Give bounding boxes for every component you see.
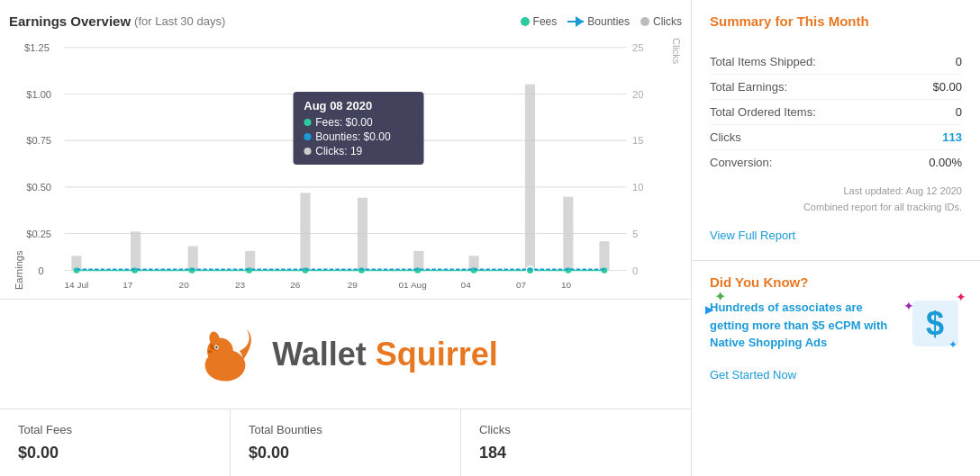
y-axis-right-label: Clicks xyxy=(667,38,682,290)
svg-point-58 xyxy=(208,350,213,353)
clicks-label: Clicks xyxy=(653,15,682,28)
svg-rect-25 xyxy=(358,198,368,271)
svg-point-57 xyxy=(215,346,217,347)
svg-text:10: 10 xyxy=(561,280,572,290)
svg-text:$0.25: $0.25 xyxy=(26,229,51,239)
svg-text:04: 04 xyxy=(461,280,472,290)
summary-key: Clicks xyxy=(710,130,741,144)
svg-rect-22 xyxy=(188,247,198,271)
chart-subtitle: (for Last 30 days) xyxy=(134,14,225,28)
last-updated-note: Last updated: Aug 12 2020 Combined repor… xyxy=(710,184,962,215)
svg-rect-30 xyxy=(599,241,609,270)
main-chart-svg: $1.25 $1.00 $0.75 $0.50 $0.25 0 25 20 15… xyxy=(24,38,667,290)
squirrel-logo: Wallet Squirrel xyxy=(193,319,498,391)
summary-row: Total Earnings: $0.00 xyxy=(710,75,962,100)
total-fees-value: $0.00 xyxy=(18,444,212,463)
dyk-icon-container: ✦ ✦ ✦ $ xyxy=(908,299,962,351)
summary-value: 113 xyxy=(942,130,962,144)
svg-text:0: 0 xyxy=(632,265,638,276)
svg-text:$0.50: $0.50 xyxy=(26,182,51,193)
svg-point-35 xyxy=(303,267,309,273)
fees-label: Fees xyxy=(533,15,558,28)
svg-text:10: 10 xyxy=(632,182,643,193)
star-blue2-icon: ✦ xyxy=(948,338,957,351)
fees-dot xyxy=(521,17,530,26)
squirrel-text-part: Squirrel xyxy=(376,336,498,373)
svg-text:17: 17 xyxy=(122,280,132,290)
svg-text:$1.25: $1.25 xyxy=(24,42,50,53)
dyk-title: Did You Know? xyxy=(710,274,962,290)
svg-rect-28 xyxy=(525,85,535,271)
dyk-text: Hundreds of associates are getting more … xyxy=(710,299,899,352)
clicks-stat-value: 184 xyxy=(479,444,673,463)
squirrel-icon xyxy=(193,319,265,391)
summary-value: 0.00% xyxy=(929,156,962,169)
svg-point-36 xyxy=(358,267,365,273)
view-full-report-link[interactable]: View Full Report xyxy=(710,229,962,242)
svg-rect-26 xyxy=(413,251,423,271)
branding-section: Wallet Squirrel xyxy=(0,300,691,409)
legend-clicks: Clicks xyxy=(640,15,682,28)
summary-title: Summary for This Month xyxy=(710,13,962,36)
svg-text:23: 23 xyxy=(235,280,246,290)
legend-fees: Fees xyxy=(521,15,558,28)
summary-card: Summary for This Month Total Items Shipp… xyxy=(692,0,980,261)
summary-key: Total Earnings: xyxy=(710,80,787,94)
svg-point-33 xyxy=(189,267,195,273)
legend-bounties: Bounties xyxy=(567,15,630,28)
summary-key: Total Items Shipped: xyxy=(710,55,816,68)
chart-inner: $1.25 $1.00 $0.75 $0.50 $0.25 0 25 20 15… xyxy=(24,38,667,290)
svg-text:26: 26 xyxy=(290,280,301,290)
svg-text:01 Aug: 01 Aug xyxy=(399,280,427,290)
svg-point-37 xyxy=(414,267,421,273)
summary-value: 0 xyxy=(956,55,962,68)
svg-point-34 xyxy=(246,267,252,273)
total-bounties-label: Total Bounties xyxy=(249,423,442,436)
wallet-text: Wallet xyxy=(272,336,367,373)
summary-row: Conversion: 0.00% xyxy=(710,150,962,175)
clicks-stat-label: Clicks xyxy=(479,423,673,436)
summary-key: Conversion: xyxy=(710,156,772,169)
dyk-text-area: ✦ ▶ Hundreds of associates are getting m… xyxy=(710,299,899,352)
summary-key: Total Ordered Items: xyxy=(710,105,816,119)
svg-point-32 xyxy=(132,267,138,273)
chart-legend: Fees Bounties Clicks xyxy=(521,15,682,28)
svg-point-41 xyxy=(602,267,608,273)
svg-point-39 xyxy=(526,266,534,274)
y-axis-left-label: Earnings xyxy=(9,38,24,290)
svg-text:25: 25 xyxy=(632,42,643,53)
bounties-label: Bounties xyxy=(587,15,630,28)
did-you-know-card: Did You Know? ✦ ▶ Hundreds of associates… xyxy=(692,261,980,476)
svg-rect-29 xyxy=(563,197,573,271)
svg-text:0: 0 xyxy=(39,265,44,276)
summary-row: Total Ordered Items: 0 xyxy=(710,100,962,125)
summary-value: $0.00 xyxy=(932,80,962,94)
chart-title: Earnings Overview xyxy=(9,13,131,29)
clicks-dot xyxy=(640,17,649,26)
bounties-line-icon xyxy=(567,16,584,27)
svg-marker-1 xyxy=(576,16,584,27)
arrow-blue-icon: ▶ xyxy=(705,303,713,316)
get-started-link[interactable]: Get Started Now xyxy=(710,368,962,382)
star-red-icon: ✦ xyxy=(956,290,966,304)
total-fees-label: Total Fees xyxy=(18,423,212,436)
svg-text:$0.75: $0.75 xyxy=(26,136,51,147)
svg-text:$: $ xyxy=(925,305,943,342)
dyk-content: ✦ ▶ Hundreds of associates are getting m… xyxy=(710,299,962,352)
clicks-block: Clicks 184 xyxy=(461,409,691,476)
svg-point-31 xyxy=(74,267,80,273)
total-bounties-block: Total Bounties $0.00 xyxy=(231,409,461,476)
summary-rows: Total Items Shipped: 0 Total Earnings: $… xyxy=(710,49,962,175)
summary-value: 0 xyxy=(956,105,962,119)
last-updated-text: Last updated: Aug 12 2020 xyxy=(710,184,962,200)
svg-text:07: 07 xyxy=(516,280,526,290)
svg-text:14 Jul: 14 Jul xyxy=(65,280,89,290)
star-green-icon: ✦ xyxy=(714,288,726,305)
svg-text:29: 29 xyxy=(348,280,358,290)
branding-text: Wallet Squirrel xyxy=(272,336,498,373)
svg-text:15: 15 xyxy=(632,136,643,147)
svg-point-38 xyxy=(471,267,477,273)
bottom-stats: Total Fees $0.00 Total Bounties $0.00 Cl… xyxy=(0,409,691,476)
svg-rect-23 xyxy=(245,251,255,271)
svg-text:20: 20 xyxy=(179,280,190,290)
